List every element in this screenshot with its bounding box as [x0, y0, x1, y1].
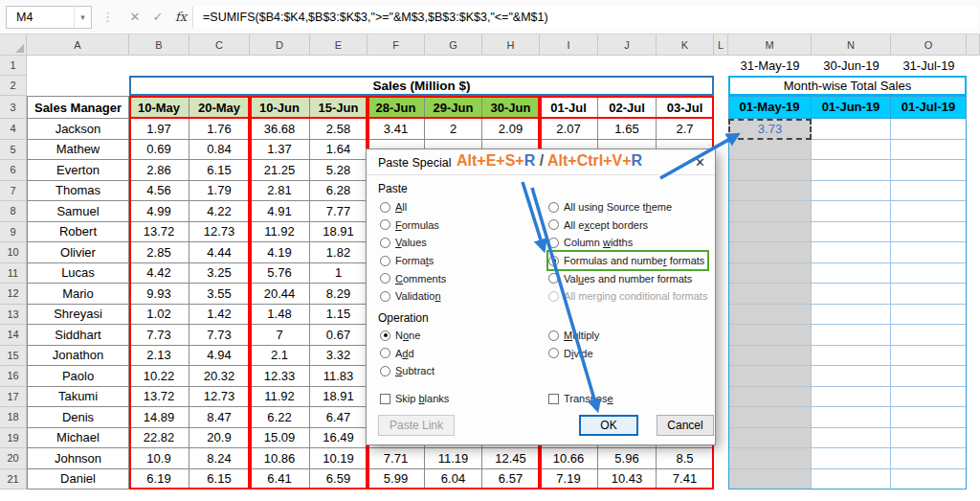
cell-J4[interactable]: 1.65	[598, 119, 657, 140]
cell-I3[interactable]: 01-Jul	[540, 96, 598, 119]
name-box-dropdown-icon[interactable]: ▾	[74, 7, 91, 28]
enter-icon[interactable]: ✓	[146, 10, 169, 24]
radio-multiply[interactable]: Multiply	[548, 327, 599, 345]
column-header-O[interactable]: O	[891, 34, 967, 56]
cell-D3[interactable]: 10-Jun	[250, 96, 310, 119]
column-header-I[interactable]: I	[540, 34, 598, 56]
row-header-20[interactable]: 20	[0, 448, 27, 469]
cell-J20[interactable]: 5.96	[598, 448, 657, 469]
cell-A3[interactable]: Sales Manager	[27, 96, 129, 119]
cell-E18[interactable]: 6.47	[310, 407, 368, 428]
cell-N15[interactable]	[812, 346, 891, 367]
cell-K21[interactable]: 7.41	[657, 469, 714, 490]
cell-M8[interactable]	[728, 201, 812, 222]
cell-O11[interactable]	[891, 263, 967, 285]
cell-E3[interactable]: 15-Jun	[310, 96, 368, 119]
cell-D10[interactable]: 4.19	[250, 242, 310, 263]
cancel-button[interactable]: Cancel	[657, 415, 714, 436]
radio-add[interactable]: Add	[380, 345, 434, 363]
cell-H21[interactable]: 6.57	[482, 469, 540, 490]
cell-A12[interactable]: Mario	[27, 284, 129, 305]
row-header-8[interactable]: 8	[0, 201, 27, 222]
cell-N21[interactable]	[812, 469, 891, 490]
cell-N10[interactable]	[812, 242, 891, 263]
cell-M20[interactable]	[728, 448, 812, 469]
cell-E5[interactable]: 1.64	[310, 140, 368, 161]
cell-B11[interactable]: 4.42	[129, 263, 189, 285]
row-header-7[interactable]: 7	[0, 181, 27, 202]
cell-O20[interactable]	[891, 448, 967, 469]
column-header-J[interactable]: J	[598, 34, 657, 56]
cell-B20[interactable]: 10.9	[129, 448, 189, 469]
cell-A15[interactable]: Jonathon	[27, 346, 129, 367]
radio-divide[interactable]: Divide	[548, 345, 599, 363]
cell-M21[interactable]	[728, 469, 812, 490]
cancel-icon[interactable]: ✕	[123, 10, 146, 24]
cell-O5[interactable]	[891, 140, 967, 161]
cell-G20[interactable]: 11.19	[425, 448, 482, 469]
radio-formulas[interactable]: Formulas	[380, 216, 446, 235]
cell-A13[interactable]: Shreyasi	[27, 305, 129, 326]
cell-A20[interactable]: Johnson	[27, 448, 129, 469]
ok-button[interactable]: OK	[579, 415, 638, 436]
cell-E12[interactable]: 8.29	[310, 284, 368, 305]
cell-K4[interactable]: 2.7	[657, 119, 714, 140]
cell-O17[interactable]	[891, 387, 967, 408]
cell-D11[interactable]: 5.76	[250, 263, 310, 285]
cell-D8[interactable]: 4.91	[250, 201, 310, 222]
cell-M9[interactable]	[728, 222, 812, 243]
cell-D15[interactable]: 2.1	[250, 346, 310, 367]
row-header-19[interactable]: 19	[0, 428, 27, 449]
radio-values-and-number-formats[interactable]: Values and number formats	[548, 269, 707, 287]
cell-E21[interactable]: 6.59	[310, 469, 368, 490]
cell-M18[interactable]	[728, 407, 812, 428]
cell-O10[interactable]	[891, 242, 967, 263]
column-header-L[interactable]: L	[714, 34, 728, 56]
cell-A8[interactable]: Samuel	[27, 201, 129, 222]
cell-N12[interactable]	[812, 284, 891, 305]
cell-B7[interactable]: 4.56	[129, 181, 189, 202]
cell-I21[interactable]: 7.19	[540, 469, 598, 490]
cell-C17[interactable]: 12.73	[189, 387, 250, 408]
row-header-21[interactable]: 21	[0, 469, 27, 490]
cell-O21[interactable]	[891, 469, 967, 490]
cell-D12[interactable]: 20.44	[250, 284, 310, 305]
cell-M15[interactable]	[728, 346, 812, 367]
cell-H3[interactable]: 30-Jun	[482, 96, 540, 119]
radio-all-except-borders[interactable]: All except borders	[548, 216, 707, 235]
column-header-D[interactable]: D	[250, 34, 310, 56]
cell-C4[interactable]: 1.76	[189, 119, 250, 140]
cell-E20[interactable]: 10.19	[310, 448, 368, 469]
cell-N9[interactable]	[812, 222, 891, 243]
cell-F21[interactable]: 5.99	[368, 469, 425, 490]
cell-D19[interactable]: 15.09	[250, 428, 310, 449]
row-header-14[interactable]: 14	[0, 325, 27, 346]
cell-B15[interactable]: 2.13	[129, 346, 189, 367]
cell-D9[interactable]: 11.92	[250, 222, 310, 243]
row-header-15[interactable]: 15	[0, 346, 27, 367]
cell-C13[interactable]: 1.42	[189, 305, 250, 326]
column-header-H[interactable]: H	[482, 34, 540, 56]
formula-input[interactable]: =SUMIFS($B4:$K4,$B$3:$K$3,">="&M$3,$B$3:…	[192, 6, 978, 29]
radio-all[interactable]: All	[380, 198, 446, 216]
cell-N17[interactable]	[812, 387, 891, 408]
row-header-5[interactable]: 5	[0, 140, 27, 161]
cell-E13[interactable]: 1.15	[310, 305, 368, 326]
dialog-title-bar[interactable]: Paste Special Alt+E+S+R / Alt+Ctrl+V+R ✕	[367, 149, 715, 175]
cell-E17[interactable]: 18.91	[310, 387, 368, 408]
cell-I4[interactable]: 2.07	[540, 119, 598, 140]
cell-C20[interactable]: 8.24	[189, 448, 250, 469]
close-icon[interactable]: ✕	[695, 155, 705, 170]
cell-B18[interactable]: 14.89	[129, 407, 189, 428]
cell-A17[interactable]: Takumi	[27, 387, 129, 408]
cell-D21[interactable]: 6.41	[250, 469, 310, 490]
column-header-C[interactable]: C	[189, 34, 250, 56]
cell-C16[interactable]: 20.32	[189, 366, 250, 387]
cell-D16[interactable]: 12.33	[250, 366, 310, 387]
cell-B9[interactable]: 13.72	[129, 222, 189, 243]
column-header-A[interactable]: A	[27, 34, 129, 56]
cell-M14[interactable]	[728, 325, 812, 346]
cell-M11[interactable]	[728, 263, 812, 285]
cell-A14[interactable]: Siddhart	[27, 325, 129, 346]
column-header-G[interactable]: G	[425, 34, 482, 56]
